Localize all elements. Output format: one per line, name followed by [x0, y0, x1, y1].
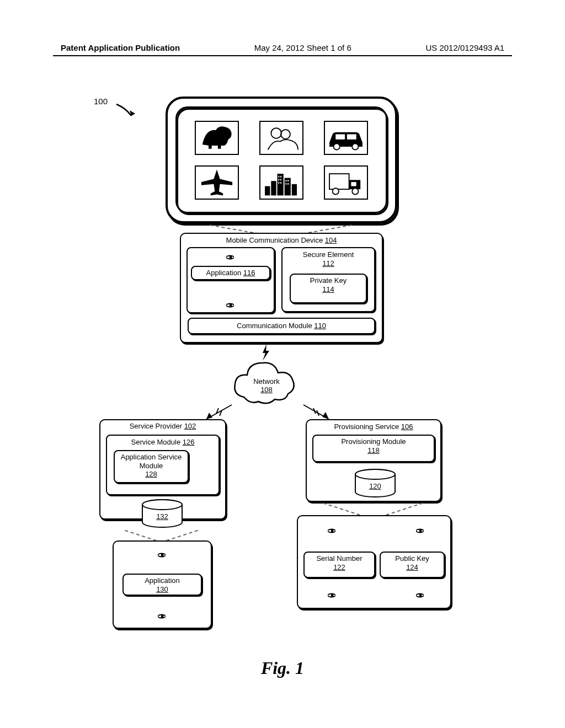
people-icon [259, 121, 303, 155]
network-cloud: Network 108 [231, 358, 302, 411]
network-num: 108 [260, 386, 273, 394]
svg-rect-18 [287, 180, 289, 181]
secure-element-num: 112 [322, 259, 334, 267]
svg-rect-12 [280, 175, 281, 177]
sn-num: 122 [333, 563, 345, 571]
mobile-device-outline [166, 97, 397, 223]
app130-label: Application 130 [124, 575, 201, 595]
svg-rect-17 [285, 180, 286, 181]
dashed-connector [166, 530, 198, 541]
db132-num: 132 [156, 512, 168, 521]
svg-rect-4 [336, 134, 345, 139]
mcd-title-num: 104 [325, 236, 337, 244]
public-key-box: Public Key 124 [380, 552, 445, 578]
ref-100-label: 100 [94, 97, 108, 106]
asm-num: 128 [145, 470, 157, 478]
svg-rect-6 [265, 186, 270, 195]
network-label: Network 108 [231, 377, 302, 394]
dots-icon: (•••) [226, 255, 236, 258]
secure-element-label: Secure Element 112 [282, 248, 374, 269]
app130-num: 130 [156, 585, 168, 593]
serial-number-box: Serial Number 122 [303, 552, 375, 578]
truck-icon [324, 165, 368, 200]
service-module-label: Service Module 126 [107, 436, 218, 448]
pm-label: Provisioning Module 118 [313, 436, 434, 456]
svg-rect-21 [329, 174, 349, 189]
svg-point-0 [271, 128, 281, 138]
sn-text: Serial Number [316, 554, 362, 563]
mcd-title: Mobile Communication Device 104 [181, 234, 382, 247]
app130-text: Application [145, 576, 180, 585]
dots-icon: (•••) [226, 303, 236, 306]
svg-rect-13 [278, 179, 279, 180]
airplane-icon [195, 165, 239, 200]
asm-label: Application Service Module 128 [115, 451, 188, 480]
svg-rect-16 [280, 182, 281, 184]
private-key-text: Private Key [310, 276, 347, 285]
figure-canvas: 100 [0, 83, 565, 689]
sp-title-num: 102 [184, 422, 196, 430]
svg-point-2 [334, 143, 340, 149]
svg-rect-8 [278, 174, 284, 195]
private-key-num: 114 [322, 285, 334, 293]
ps-title-text: Provisioning Service [334, 422, 401, 431]
asm-text: Application Service Module [121, 453, 182, 470]
svg-point-29 [355, 469, 395, 479]
svg-rect-19 [285, 183, 286, 184]
database-132-icon: 132 [140, 499, 184, 529]
dog-icon [195, 121, 239, 155]
dots-icon: (•••) [328, 528, 337, 532]
pm-num: 118 [367, 446, 380, 454]
comm-module-box: Communication Module 110 [188, 318, 375, 334]
app-service-module-box: Application Service Module 128 [114, 450, 189, 483]
svg-rect-20 [287, 183, 289, 184]
pk-text: Public Key [395, 554, 429, 563]
svg-point-24 [333, 188, 339, 194]
svg-point-27 [142, 500, 182, 510]
private-key-label: Private Key 114 [291, 275, 366, 295]
svg-rect-5 [347, 134, 356, 139]
provisioning-module-box: Provisioning Module 118 [312, 435, 435, 462]
date-sheet: May 24, 2012 Sheet 1 of 6 [254, 43, 351, 52]
pub-number: US 2012/0129493 A1 [425, 43, 504, 52]
service-provider-title: Service Provider 102 [100, 420, 225, 432]
ps-title: Provisioning Service 106 [307, 420, 440, 433]
doc-type: Patent Application Publication [61, 43, 180, 52]
comm-module-num: 110 [314, 322, 326, 330]
page-header: Patent Application Publication May 24, 2… [0, 43, 565, 52]
dots-icon: (•••) [158, 614, 167, 617]
svg-rect-15 [278, 182, 279, 184]
db120-num: 120 [369, 482, 381, 490]
dashed-connector [386, 502, 423, 516]
dots-icon: (•••) [158, 553, 167, 556]
application-box: Application 116 [191, 266, 270, 280]
svg-rect-23 [351, 182, 356, 186]
dots-icon: (•••) [417, 528, 426, 532]
svg-rect-7 [271, 181, 276, 195]
mcd-title-text: Mobile Communication Device [226, 236, 325, 244]
sp-title-text: Service Provider [130, 422, 184, 430]
header-rule [53, 55, 512, 56]
comm-module-label: Communication Module 110 [189, 319, 374, 332]
sn-label: Serial Number 122 [305, 553, 374, 573]
svg-point-1 [281, 130, 290, 139]
network-text: Network [253, 377, 280, 386]
dots-icon: (•••) [328, 593, 337, 596]
secure-element-text: Secure Element [303, 250, 354, 259]
private-key-box: Private Key 114 [290, 274, 367, 303]
sm-num: 126 [183, 438, 195, 446]
svg-point-3 [353, 143, 359, 149]
buildings-icon [259, 165, 303, 200]
pk-num: 124 [406, 563, 418, 571]
database-120-icon: 120 [353, 469, 397, 499]
pm-text: Provisioning Module [341, 437, 406, 446]
figure-caption: Fig. 1 [261, 658, 304, 678]
sm-text: Service Module [131, 438, 183, 446]
comm-module-text: Communication Module [237, 322, 314, 330]
application-130-box: Application 130 [122, 574, 202, 596]
svg-rect-11 [278, 175, 279, 177]
pk-label: Public Key 124 [381, 553, 444, 573]
dashed-connector [125, 530, 157, 541]
ps-title-num: 106 [401, 422, 413, 431]
application-label-text: Application [206, 269, 243, 277]
